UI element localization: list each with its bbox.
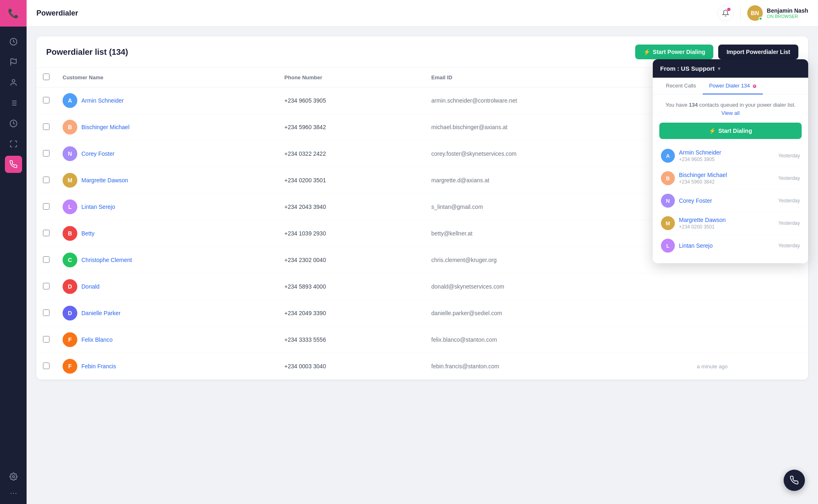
popup-list-item[interactable]: M Margrette Dawson +234 0200 3501 Yester… <box>659 212 802 235</box>
contact-name-cell: F Febin Francis <box>56 353 278 380</box>
email-cell: armin.schneider@controlware.net <box>425 87 690 114</box>
sidebar-item-integrations[interactable] <box>5 135 22 152</box>
contact-name[interactable]: Donald <box>81 283 99 290</box>
popup-list-item[interactable]: N Corey Foster Yesterday <box>659 190 802 212</box>
row-checkbox[interactable] <box>43 150 49 157</box>
row-checkbox[interactable] <box>43 363 49 369</box>
contact-avatar: N <box>63 146 77 161</box>
start-power-dialing-label: Start Power Dialing <box>653 49 705 55</box>
queued-cell <box>690 273 808 300</box>
import-button[interactable]: Import Powerdialer List <box>718 45 798 59</box>
email-cell: margrette.d@axians.at <box>425 167 690 194</box>
row-checkbox[interactable] <box>43 177 49 183</box>
contact-name[interactable]: Bischinger Michael <box>81 124 130 130</box>
sidebar-item-settings[interactable] <box>5 468 22 485</box>
popup-header: From : US Support ▾ <box>653 59 808 78</box>
row-checkbox[interactable] <box>43 283 49 289</box>
sidebar-item-powerdialer[interactable] <box>5 156 22 173</box>
row-checkbox-cell <box>36 247 56 273</box>
contact-name[interactable]: Margrette Dawson <box>81 177 128 184</box>
table-row: F Felix Blanco +234 3333 5556 felix.blan… <box>36 327 808 353</box>
contact-name[interactable]: Febin Francis <box>81 363 116 370</box>
sidebar-item-contacts[interactable] <box>5 74 22 91</box>
sidebar-nav <box>5 27 22 461</box>
row-checkbox-cell <box>36 220 56 247</box>
contact-name[interactable]: Danielle Parker <box>81 310 121 316</box>
row-checkbox[interactable] <box>43 256 49 263</box>
contact-avatar: L <box>63 199 77 214</box>
tab-power-dialer[interactable]: Power Dialer 134 • <box>703 78 763 94</box>
popup-contact-avatar: M <box>661 216 675 230</box>
row-checkbox[interactable] <box>43 123 49 130</box>
contact-name[interactable]: Betty <box>81 230 94 237</box>
row-checkbox-cell <box>36 114 56 141</box>
topbar: Powerdialer BN Benjamin Nash ON BROWSER <box>27 0 818 27</box>
row-checkbox[interactable] <box>43 336 49 343</box>
row-checkbox-cell <box>36 87 56 114</box>
row-checkbox[interactable] <box>43 309 49 316</box>
contact-name-cell: N Corey Foster <box>56 141 278 167</box>
queued-cell <box>690 327 808 353</box>
power-dialer-badge: • <box>753 85 756 88</box>
sidebar-item-history[interactable] <box>5 115 22 132</box>
contact-avatar: A <box>63 93 77 108</box>
contact-name[interactable]: Corey Foster <box>81 150 115 157</box>
view-all-link[interactable]: View all <box>721 110 740 116</box>
popup-list-item[interactable]: A Armin Schneider +234 9605 3905 Yesterd… <box>659 145 802 167</box>
notification-button[interactable] <box>717 5 734 21</box>
popup-header-text: From : US Support <box>660 65 715 72</box>
row-checkbox-cell <box>36 141 56 167</box>
avatar: BN <box>747 5 763 21</box>
phone-cell: +234 0003 3040 <box>278 353 425 380</box>
contact-name-cell: D Danielle Parker <box>56 300 278 327</box>
sidebar-item-flag[interactable] <box>5 54 22 71</box>
sidebar-item-more[interactable]: ⋯ <box>10 488 17 497</box>
sidebar-item-queues[interactable] <box>5 94 22 112</box>
popup-contact-name: Corey Foster <box>679 197 774 204</box>
svg-point-2 <box>12 80 15 83</box>
select-all-header[interactable] <box>36 68 56 87</box>
start-dialing-button[interactable]: ⚡ Start Dialing <box>659 123 802 139</box>
app-logo: 📞 <box>0 0 27 27</box>
row-checkbox[interactable] <box>43 97 49 103</box>
phone-cell: +234 5960 3842 <box>278 114 425 141</box>
header-actions: ⚡ Start Power Dialing Import Powerdialer… <box>635 45 798 59</box>
contact-avatar: F <box>63 332 77 347</box>
popup-contact-info: Margrette Dawson +234 0200 3501 <box>679 217 774 230</box>
row-checkbox[interactable] <box>43 230 49 236</box>
tab-recent-calls[interactable]: Recent Calls <box>659 78 703 94</box>
popup-contact-list: A Armin Schneider +234 9605 3905 Yesterd… <box>659 145 802 257</box>
popup-contact-info: Lintan Serejo <box>679 242 774 249</box>
contact-name[interactable]: Felix Blanco <box>81 336 112 343</box>
row-checkbox-cell <box>36 273 56 300</box>
contact-name-cell: F Felix Blanco <box>56 327 278 353</box>
contact-name-cell: B Bischinger Michael <box>56 114 278 141</box>
notification-badge <box>727 8 730 11</box>
email-cell: corey.foster@skynetservices.com <box>425 141 690 167</box>
popup-list-item[interactable]: L Lintan Serejo Yesterday <box>659 235 802 257</box>
start-power-dialing-button[interactable]: ⚡ Start Power Dialing <box>635 45 713 59</box>
sidebar-item-recents[interactable] <box>5 33 22 50</box>
import-label: Import Powerdialer List <box>726 49 790 55</box>
contact-name[interactable]: Lintan Serejo <box>81 204 115 210</box>
row-checkbox-cell <box>36 327 56 353</box>
contact-name[interactable]: Armin Schneider <box>81 97 124 104</box>
row-checkbox[interactable] <box>43 203 49 210</box>
page-title: Powerdialer <box>36 9 717 18</box>
contact-name[interactable]: Christophe Clement <box>81 257 132 263</box>
popup-contact-avatar: A <box>661 149 675 163</box>
popup-list-item[interactable]: B Bischinger Michael +234 5960 3842 Yest… <box>659 167 802 190</box>
select-all-checkbox[interactable] <box>43 74 49 80</box>
chevron-down-icon[interactable]: ▾ <box>718 66 720 72</box>
fab-call-button[interactable] <box>784 470 805 491</box>
popup-body: You have 134 contacts queued in your pow… <box>653 94 808 263</box>
card-title: Powerdialer list (134) <box>46 47 128 57</box>
table-row: F Febin Francis +234 0003 3040 febin.fra… <box>36 353 808 380</box>
popup-contact-info: Bischinger Michael +234 5960 3842 <box>679 172 774 185</box>
phone-cell: +234 2049 3390 <box>278 300 425 327</box>
user-name: Benjamin Nash <box>767 7 808 14</box>
popup-contact-phone: +234 9605 3905 <box>679 157 774 162</box>
avatar-initials: BN <box>751 10 759 16</box>
content-area: Powerdialer list (134) ⚡ Start Power Dia… <box>27 27 818 504</box>
phone-cell: +234 2302 0040 <box>278 247 425 273</box>
